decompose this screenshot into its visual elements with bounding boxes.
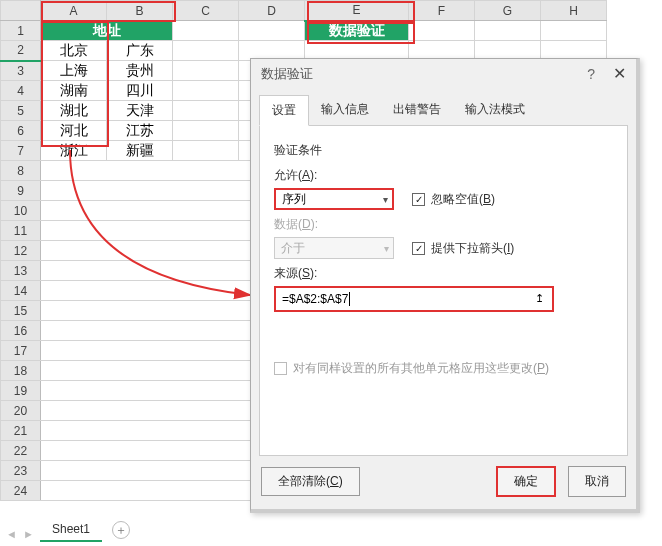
row-header[interactable]: 19 [1, 381, 41, 401]
tab-ime-mode[interactable]: 输入法模式 [453, 95, 537, 125]
row-header[interactable]: 18 [1, 361, 41, 381]
row-header[interactable]: 14 [1, 281, 41, 301]
add-sheet-button[interactable]: ＋ [112, 521, 130, 539]
source-input[interactable]: =$A$2:$A$7 ↥ [274, 286, 554, 312]
col-header[interactable]: E [305, 1, 409, 21]
row-header[interactable]: 5 [1, 101, 41, 121]
cell[interactable]: 湖北 [41, 101, 107, 121]
cell[interactable] [239, 21, 305, 41]
dialog-title: 数据验证 [261, 59, 313, 89]
row-header[interactable]: 23 [1, 461, 41, 481]
cell[interactable] [541, 21, 607, 41]
help-icon[interactable]: ? [587, 59, 595, 89]
row-header[interactable]: 22 [1, 441, 41, 461]
cell[interactable]: 贵州 [107, 61, 173, 81]
row-header[interactable]: 9 [1, 181, 41, 201]
range-picker-icon[interactable]: ↥ [532, 292, 546, 306]
row-header[interactable]: 20 [1, 401, 41, 421]
row-header[interactable]: 7 [1, 141, 41, 161]
cell[interactable]: 天津 [107, 101, 173, 121]
cell[interactable]: 新疆 [107, 141, 173, 161]
row-header[interactable]: 8 [1, 161, 41, 181]
cell[interactable] [475, 21, 541, 41]
sheet-tab[interactable]: Sheet1 [40, 518, 102, 542]
data-select: 介于▾ [274, 237, 394, 259]
row-header[interactable]: 21 [1, 421, 41, 441]
cancel-button[interactable]: 取消 [568, 466, 626, 497]
row-header[interactable]: 15 [1, 301, 41, 321]
col-header[interactable]: D [239, 1, 305, 21]
ok-button[interactable]: 确定 [496, 466, 556, 497]
ignore-blank-checkbox[interactable]: ✓ 忽略空值(B) [412, 191, 495, 208]
row-header[interactable]: 17 [1, 341, 41, 361]
allow-select[interactable]: 序列▾ [274, 188, 394, 210]
col-header[interactable]: A [41, 1, 107, 21]
cell[interactable] [173, 141, 239, 161]
data-validation-dialog: 数据验证 ? ✕ 设置 输入信息 出错警告 输入法模式 验证条件 允许(A): … [250, 58, 640, 513]
col-header[interactable]: G [475, 1, 541, 21]
col-header[interactable]: H [541, 1, 607, 21]
apply-to-others-checkbox: 对有同样设置的所有其他单元格应用这些更改(P) [274, 360, 613, 377]
cell[interactable] [173, 101, 239, 121]
cell[interactable]: 上海 [41, 61, 107, 81]
cell[interactable]: 北京 [41, 41, 107, 61]
row-header[interactable]: 10 [1, 201, 41, 221]
row-header[interactable]: 1 [1, 21, 41, 41]
cell[interactable] [173, 61, 239, 81]
row-header[interactable]: 11 [1, 221, 41, 241]
cell[interactable]: 江苏 [107, 121, 173, 141]
section-label: 验证条件 [274, 142, 613, 159]
row-header[interactable]: 3 [1, 61, 41, 81]
cell[interactable] [173, 21, 239, 41]
tab-settings[interactable]: 设置 [259, 95, 309, 126]
header-validation: 数据验证 [305, 21, 409, 41]
allow-label: 允许(A): [274, 167, 613, 184]
dialog-tabs: 设置 输入信息 出错警告 输入法模式 [259, 95, 628, 126]
col-header[interactable]: F [409, 1, 475, 21]
select-all-corner[interactable] [1, 1, 41, 21]
chevron-down-icon: ▾ [383, 194, 388, 205]
close-icon[interactable]: ✕ [613, 59, 626, 89]
col-header[interactable]: C [173, 1, 239, 21]
cell[interactable] [409, 21, 475, 41]
cell[interactable]: 广东 [107, 41, 173, 61]
row-header[interactable]: 24 [1, 481, 41, 501]
cell[interactable]: 浙江 [41, 141, 107, 161]
cell[interactable]: 湖南 [41, 81, 107, 101]
data-label: 数据(D): [274, 216, 613, 233]
source-label: 来源(S): [274, 265, 613, 282]
row-header[interactable]: 6 [1, 121, 41, 141]
tab-error-alert[interactable]: 出错警告 [381, 95, 453, 125]
cell[interactable] [173, 121, 239, 141]
row-header[interactable]: 2 [1, 41, 41, 61]
dropdown-arrow-checkbox[interactable]: ✓ 提供下拉箭头(I) [412, 240, 514, 257]
row-header[interactable]: 13 [1, 261, 41, 281]
checkbox-unchecked-icon [274, 362, 287, 375]
header-address: 地址 [41, 21, 173, 41]
checkbox-checked-icon: ✓ [412, 242, 425, 255]
chevron-down-icon: ▾ [384, 243, 389, 254]
sheet-nav[interactable]: ◄► [6, 528, 34, 540]
row-header[interactable]: 16 [1, 321, 41, 341]
checkbox-checked-icon: ✓ [412, 193, 425, 206]
cell[interactable]: 河北 [41, 121, 107, 141]
cell[interactable]: 四川 [107, 81, 173, 101]
col-header[interactable]: B [107, 1, 173, 21]
row-header[interactable]: 12 [1, 241, 41, 261]
clear-all-button[interactable]: 全部清除(C) [261, 467, 360, 496]
row-header[interactable]: 4 [1, 81, 41, 101]
cell[interactable] [173, 81, 239, 101]
tab-input-message[interactable]: 输入信息 [309, 95, 381, 125]
cell[interactable] [173, 41, 239, 61]
